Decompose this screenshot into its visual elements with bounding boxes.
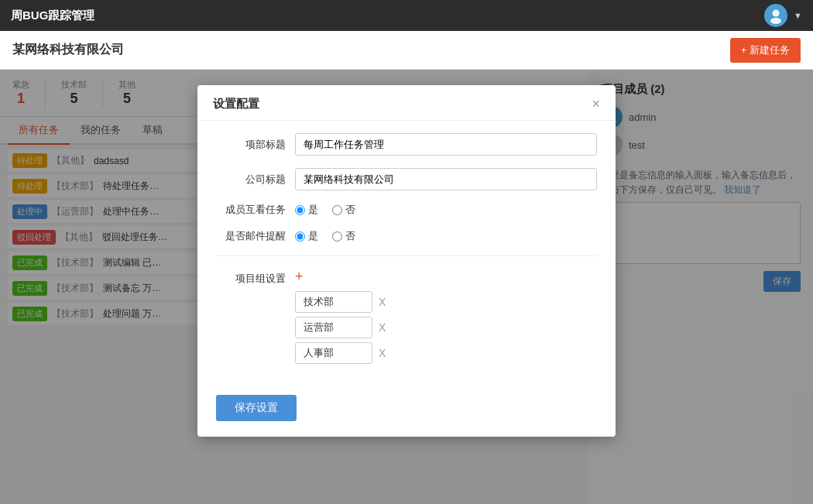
- add-group-button[interactable]: +: [295, 269, 304, 285]
- group-settings-label: 项目组设置: [216, 269, 286, 286]
- form-divider: [216, 255, 597, 256]
- modal-title: 设置配置: [213, 97, 259, 111]
- modal-header: 设置配置 ×: [197, 85, 616, 121]
- group-delete-ops[interactable]: X: [379, 321, 386, 334]
- form-row-company-title: 公司标题: [216, 168, 597, 190]
- form-row-group-settings: 项目组设置 + 技术部 X 运营部 X: [216, 269, 597, 364]
- member-view-yes-input[interactable]: [295, 205, 305, 215]
- email-remind-yes-radio[interactable]: 是: [295, 229, 318, 243]
- company-title-input[interactable]: [295, 168, 597, 190]
- email-remind-no-label: 否: [345, 229, 355, 243]
- form-row-email-remind: 是否邮件提醒 是 否: [216, 229, 597, 243]
- app-title: 周BUG跟踪管理: [11, 9, 94, 23]
- save-settings-button[interactable]: 保存设置: [216, 395, 297, 421]
- company-title-label: 公司标题: [216, 173, 286, 187]
- group-name-hr: 人事部: [295, 342, 372, 364]
- top-nav: 周BUG跟踪管理 ▼: [0, 0, 813, 31]
- member-view-yes-label: 是: [308, 203, 318, 217]
- svg-point-0: [773, 10, 780, 17]
- subheader: 某网络科技有限公司 + 新建任务: [0, 31, 813, 70]
- group-delete-tech[interactable]: X: [379, 296, 386, 308]
- nav-right: ▼: [764, 4, 802, 27]
- member-view-no-input[interactable]: [332, 205, 342, 215]
- email-remind-no-input[interactable]: [332, 231, 342, 242]
- modal-close-button[interactable]: ×: [592, 96, 600, 112]
- user-avatar[interactable]: [764, 4, 787, 27]
- form-row-top-title: 项部标题: [216, 133, 597, 156]
- top-title-label: 项部标题: [216, 138, 286, 152]
- email-remind-label: 是否邮件提醒: [216, 229, 286, 243]
- user-dropdown-arrow[interactable]: ▼: [794, 11, 802, 20]
- modal-overlay: 设置配置 × 项部标题 公司标题 成员互看任务: [0, 70, 813, 504]
- group-item-0: 技术部 X: [295, 291, 597, 313]
- group-delete-hr[interactable]: X: [379, 347, 386, 359]
- modal-footer: 保存设置: [197, 392, 616, 437]
- member-view-yes-radio[interactable]: 是: [295, 203, 318, 217]
- member-view-radio-group: 是 否: [295, 203, 355, 217]
- modal-body: 项部标题 公司标题 成员互看任务 是: [197, 121, 616, 392]
- email-remind-yes-label: 是: [308, 229, 318, 243]
- member-view-label: 成员互看任务: [216, 203, 286, 217]
- svg-point-1: [770, 18, 781, 24]
- email-remind-radio-group: 是 否: [295, 229, 355, 243]
- group-name-tech: 技术部: [295, 291, 372, 313]
- member-view-no-label: 否: [345, 203, 355, 217]
- email-remind-no-radio[interactable]: 否: [332, 229, 355, 243]
- group-item-2: 人事部 X: [295, 342, 597, 364]
- member-view-no-radio[interactable]: 否: [332, 203, 355, 217]
- email-remind-yes-input[interactable]: [295, 231, 305, 242]
- group-name-ops: 运营部: [295, 317, 372, 338]
- main-content: 紧急 1 技术部 5 其他 5 所有任务 我的任务 草稿 待处理 【其他】: [0, 70, 813, 504]
- group-item-1: 运营部 X: [295, 317, 597, 338]
- new-task-button[interactable]: + 新建任务: [730, 38, 801, 63]
- group-settings-container: + 技术部 X 运营部 X 人事部: [295, 269, 597, 364]
- company-title: 某网络科技有限公司: [12, 42, 124, 58]
- avatar-icon: [767, 7, 784, 24]
- group-list: 技术部 X 运营部 X 人事部 X: [295, 291, 597, 364]
- top-title-input[interactable]: [295, 133, 597, 156]
- settings-modal: 设置配置 × 项部标题 公司标题 成员互看任务: [197, 85, 616, 437]
- form-row-member-view: 成员互看任务 是 否: [216, 203, 597, 217]
